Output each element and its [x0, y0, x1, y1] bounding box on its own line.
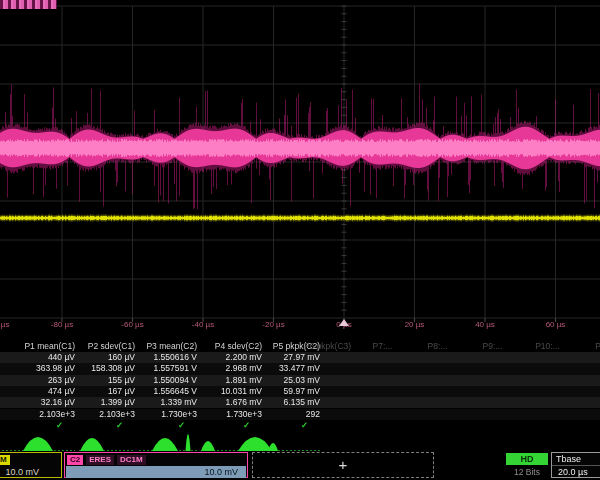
hd-mode-badge[interactable]: HD	[506, 453, 548, 465]
c2-eres-badge: ERES	[86, 455, 114, 465]
timebase-descriptor[interactable]: Tbase 20.0 µs	[551, 452, 600, 478]
plus-icon: +	[339, 456, 348, 473]
hd-bits-label: 12 Bits	[502, 467, 552, 477]
histicon-peak	[268, 443, 278, 451]
timebase-label: Tbase	[552, 453, 600, 466]
histicon-peak	[80, 438, 104, 451]
c1-descriptor[interactable]: DC1M 10.0 mV	[0, 452, 62, 478]
c2-coupling-badge: DC1M	[117, 455, 146, 465]
c1-coupling-badge: DC1M	[0, 455, 10, 465]
timebase-value: 20.0 µs	[552, 466, 600, 477]
histicon-peak	[201, 441, 215, 451]
histicon-peak	[238, 437, 272, 451]
add-trace-button[interactable]: +	[252, 452, 434, 478]
histicon-peak	[152, 438, 178, 451]
c1-scale-value: 10.0 mV	[0, 466, 61, 478]
c2-scale-value: 10.0 mV	[66, 466, 246, 478]
oscilloscope-screen: -100 µs-80 µs-60 µs-40 µs-20 µs0 µs20 µs…	[0, 0, 600, 480]
c2-channel-badge: C2	[67, 455, 83, 465]
histicon-strip[interactable]	[0, 0, 600, 480]
histicon-peak	[23, 437, 53, 451]
histicon-peak	[186, 434, 191, 451]
c2-descriptor[interactable]: C2 ERES DC1M 10.0 mV	[64, 452, 248, 478]
